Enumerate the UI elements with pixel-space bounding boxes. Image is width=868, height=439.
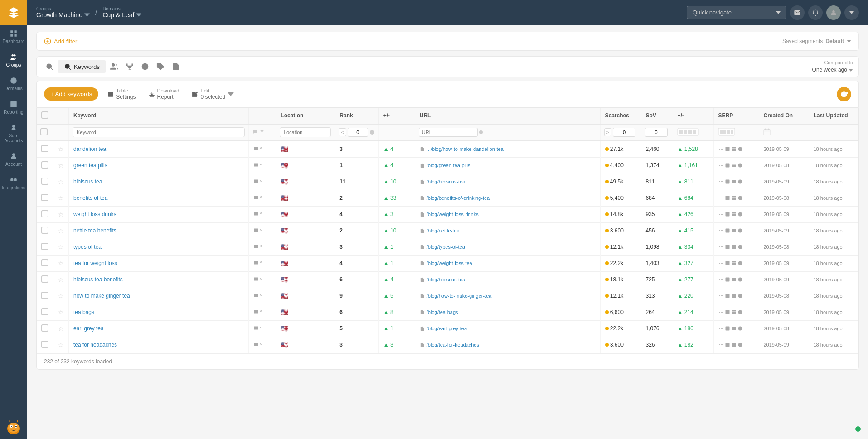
- tab-keywords[interactable]: Keywords: [58, 60, 106, 73]
- row-checkbox-9[interactable]: [41, 292, 48, 299]
- mail-button[interactable]: [790, 5, 805, 20]
- row-checkbox-1[interactable]: [41, 161, 48, 169]
- user-avatar[interactable]: [826, 5, 841, 20]
- keyword-link-10[interactable]: tea bags: [73, 309, 94, 315]
- tab-tags[interactable]: [153, 59, 168, 74]
- download-report-button[interactable]: Download Report: [145, 86, 183, 103]
- keyword-link-9[interactable]: how to make ginger tea: [73, 293, 130, 299]
- serp-icon-1: [718, 195, 724, 201]
- searches-filter-input[interactable]: [613, 128, 635, 137]
- keyword-link-1[interactable]: green tea pills: [73, 162, 107, 169]
- breadcrumb-domains[interactable]: Domains Cup & Leaf: [102, 6, 141, 19]
- sidebar-item-domains[interactable]: Domains: [0, 72, 27, 96]
- sidebar-item-reporting[interactable]: Reporting: [0, 96, 27, 119]
- tab-trophy[interactable]: [122, 59, 137, 74]
- tab-notes[interactable]: [169, 59, 183, 74]
- url-header[interactable]: URL: [415, 108, 600, 124]
- keyword-link-12[interactable]: tea for headaches: [73, 342, 117, 348]
- serp-header[interactable]: SERP: [713, 108, 759, 124]
- table-row: ☆ tea bags G 🇺🇸 6 ▲ 8 /blog/tea-bags 6,6…: [37, 304, 858, 320]
- keyword-link-3[interactable]: benefits of tea: [73, 195, 107, 201]
- star-button-7[interactable]: ☆: [58, 260, 64, 267]
- rank-delta-header[interactable]: +/-: [378, 108, 415, 124]
- sidebar-item-account[interactable]: Account: [0, 148, 27, 171]
- row-checkbox-8[interactable]: [41, 275, 48, 283]
- svg-rect-45: [684, 130, 687, 134]
- url-filter-input[interactable]: [419, 128, 478, 137]
- quick-navigate-dropdown[interactable]: Quick navigate: [687, 6, 786, 19]
- keyword-link-4[interactable]: weight loss drinks: [73, 211, 116, 217]
- location-header[interactable]: Location: [276, 108, 335, 124]
- location-filter-input[interactable]: [280, 127, 331, 137]
- keyword-link-2[interactable]: hibiscus tea: [73, 178, 102, 185]
- star-button-9[interactable]: ☆: [58, 292, 64, 299]
- keyword-link-8[interactable]: hibiscus tea benefits: [73, 276, 123, 283]
- star-button-4[interactable]: ☆: [58, 211, 64, 218]
- keyword-header[interactable]: Keyword: [69, 108, 249, 124]
- star-button-3[interactable]: ☆: [58, 194, 64, 202]
- svg-rect-97: [254, 212, 258, 216]
- svg-point-112: [719, 230, 720, 231]
- edit-button[interactable]: Edit 0 selected: [188, 86, 238, 103]
- row-checkbox-3[interactable]: [41, 194, 48, 201]
- svg-rect-117: [254, 245, 258, 248]
- star-button-10[interactable]: ☆: [58, 309, 64, 316]
- row-checkbox-5[interactable]: [41, 227, 48, 234]
- sov-filter-input[interactable]: [645, 128, 668, 137]
- row-checkbox-12[interactable]: [41, 341, 48, 348]
- add-filter-button[interactable]: Add filter: [44, 38, 77, 45]
- row-checkbox-6[interactable]: [41, 243, 48, 250]
- star-button-8[interactable]: ☆: [58, 276, 64, 283]
- sidebar-item-dashboard[interactable]: Dashboard: [0, 25, 27, 48]
- sov-delta-header[interactable]: +/-: [673, 108, 713, 124]
- saved-segments-dropdown[interactable]: Saved segments Default: [782, 38, 851, 44]
- created-header[interactable]: Created On: [759, 108, 809, 124]
- row-checkbox-7[interactable]: [41, 259, 48, 266]
- row-checkbox-11[interactable]: [41, 324, 48, 332]
- row-checkbox-10[interactable]: [41, 308, 48, 315]
- star-button-1[interactable]: ☆: [58, 162, 64, 169]
- compared-to[interactable]: Compared to One week ago: [812, 59, 853, 74]
- table-settings-button[interactable]: Table Settings: [104, 86, 139, 103]
- row-checkbox-4[interactable]: [41, 210, 48, 217]
- updated-header[interactable]: Last Updated: [809, 108, 858, 124]
- desktop-icon: [253, 277, 259, 282]
- user-menu-button[interactable]: [844, 5, 859, 20]
- star-button-0[interactable]: ☆: [58, 145, 64, 153]
- sov-header[interactable]: SoV: [641, 108, 673, 124]
- keyword-filter-input[interactable]: [73, 127, 245, 137]
- sidebar-item-groups[interactable]: Groups: [0, 48, 27, 72]
- searches-header[interactable]: Searches: [600, 108, 641, 124]
- tab-competitors[interactable]: [107, 59, 121, 74]
- sidebar-item-sub-accounts[interactable]: Sub-Accounts: [0, 119, 27, 148]
- breadcrumb-groups[interactable]: Groups Growth Machine: [36, 6, 90, 19]
- row-checkbox-0[interactable]: [41, 145, 48, 152]
- select-all-checkbox[interactable]: [41, 111, 48, 119]
- add-keywords-button[interactable]: + Add keywords: [44, 87, 98, 101]
- app-logo[interactable]: [0, 0, 27, 25]
- rank-filter-input[interactable]: [348, 128, 368, 137]
- star-button-12[interactable]: ☆: [58, 341, 64, 348]
- svg-rect-114: [725, 229, 729, 233]
- star-button-11[interactable]: ☆: [58, 325, 64, 332]
- tab-scan[interactable]: [42, 59, 57, 74]
- keyword-link-6[interactable]: types of tea: [73, 244, 102, 250]
- refresh-button[interactable]: [837, 87, 851, 101]
- sidebar-item-integrations[interactable]: Integrations: [0, 171, 27, 195]
- keyword-link-7[interactable]: tea for weight loss: [73, 260, 117, 266]
- doc-icon: [420, 310, 425, 315]
- star-button-2[interactable]: ☆: [58, 178, 64, 185]
- select-all-header[interactable]: [37, 108, 53, 124]
- row-checkbox-2[interactable]: [41, 178, 48, 185]
- rank-header[interactable]: Rank: [335, 108, 378, 124]
- tab-target[interactable]: [138, 59, 152, 74]
- notifications-button[interactable]: [808, 5, 823, 20]
- keyword-link-0[interactable]: dandelion tea: [73, 146, 106, 152]
- serp-icon-3: [731, 293, 737, 299]
- star-button-6[interactable]: ☆: [58, 243, 64, 251]
- star-button-5[interactable]: ☆: [58, 227, 64, 234]
- select-all-filter-checkbox[interactable]: [40, 128, 48, 135]
- serp-icon-3: [731, 212, 737, 217]
- keyword-link-11[interactable]: earl grey tea: [73, 325, 104, 332]
- keyword-link-5[interactable]: nettle tea benefits: [73, 227, 116, 234]
